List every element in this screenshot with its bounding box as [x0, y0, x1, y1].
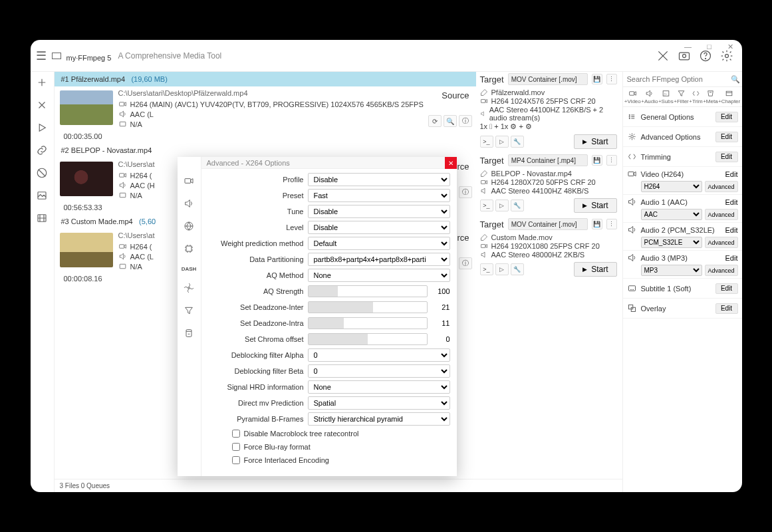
- filter-tab-icon[interactable]: [184, 305, 194, 317]
- check-1[interactable]: [232, 443, 240, 451]
- field-14[interactable]: Spatial: [308, 396, 450, 410]
- archive-tab-icon[interactable]: [184, 328, 194, 340]
- audio2-stream-codec[interactable]: PCM_S32LE: [641, 237, 702, 248]
- more-icon[interactable]: ⋮: [606, 219, 617, 229]
- start-button[interactable]: Start: [574, 134, 616, 149]
- subtitle[interactable]: Subtitle 1 (Soft)Edit: [623, 279, 742, 299]
- add-subs-button[interactable]: +Subs: [658, 89, 674, 104]
- maximize-button[interactable]: □: [705, 43, 714, 51]
- audio3-stream-codec[interactable]: MP3: [641, 265, 702, 276]
- crop-tab-icon[interactable]: [184, 243, 194, 255]
- tool-icon[interactable]: 🔧: [511, 200, 524, 211]
- add-audio-button[interactable]: +Audio: [641, 89, 658, 104]
- field-2[interactable]: Disable: [308, 205, 450, 218]
- play-icon[interactable]: [35, 121, 49, 134]
- container-select[interactable]: MOV Container [.mov]: [508, 218, 588, 230]
- add-chapter-button[interactable]: +Chapter: [718, 89, 740, 104]
- field-11[interactable]: 0: [308, 348, 450, 362]
- video-stream-edit[interactable]: Edit: [725, 170, 738, 178]
- field-12[interactable]: 0: [308, 364, 450, 378]
- add-meta-button[interactable]: +Meta: [703, 89, 717, 104]
- audio-tab-icon[interactable]: [184, 198, 194, 210]
- tool-icon[interactable]: 🔧: [511, 263, 524, 275]
- add-filter-button[interactable]: +Filter: [674, 89, 688, 104]
- slider-9[interactable]: [308, 317, 428, 329]
- trimming[interactable]: TrimmingEdit: [623, 147, 742, 167]
- run-icon[interactable]: ▷: [495, 200, 509, 211]
- src-btn-3[interactable]: ⓘ: [459, 186, 472, 198]
- src-btn-1[interactable]: ⟳: [428, 115, 442, 127]
- field-6[interactable]: None: [308, 269, 450, 282]
- container-select[interactable]: MOV Container [.mov]: [508, 73, 588, 85]
- add-icon[interactable]: [35, 76, 49, 89]
- add-video-button[interactable]: +Video: [624, 89, 641, 104]
- audio3-stream-advanced[interactable]: Advanced: [705, 265, 738, 276]
- field-1[interactable]: Fast: [308, 189, 450, 202]
- slider-10[interactable]: [308, 333, 428, 345]
- audio1-stream-codec[interactable]: AAC: [641, 209, 702, 220]
- save-icon[interactable]: 💾: [592, 74, 602, 84]
- menu-icon[interactable]: ☰: [36, 49, 47, 63]
- audio1-stream-advanced[interactable]: Advanced: [705, 209, 738, 220]
- nowatch-icon[interactable]: [35, 166, 49, 180]
- field-4[interactable]: Default: [308, 237, 450, 250]
- field-0[interactable]: Disable: [308, 173, 450, 186]
- run-icon[interactable]: ▷: [495, 263, 509, 275]
- start-button[interactable]: Start: [574, 262, 616, 277]
- more-icon[interactable]: ⋮: [606, 74, 617, 84]
- dash-tab-icon[interactable]: DASH: [182, 266, 197, 272]
- link-icon[interactable]: [35, 144, 49, 157]
- run-icon[interactable]: ▷: [495, 136, 509, 148]
- field-15[interactable]: Strictly hierarchical pyramid: [308, 412, 450, 426]
- queue-icon[interactable]: [35, 211, 49, 225]
- src-btn-2[interactable]: 🔍: [444, 115, 457, 127]
- general-options[interactable]: General OptionsEdit: [623, 107, 742, 127]
- general-options-edit[interactable]: Edit: [715, 112, 738, 122]
- term-icon[interactable]: >_: [480, 136, 493, 148]
- src-btn-3[interactable]: ⓘ: [459, 115, 472, 127]
- search-icon[interactable]: 🔍: [729, 75, 742, 84]
- save-icon[interactable]: 💾: [592, 219, 602, 229]
- image-icon[interactable]: [35, 189, 49, 202]
- more-icon[interactable]: ⋮: [606, 155, 617, 166]
- field-5[interactable]: partb8x8+partp4x4+partp8x8+parti: [308, 253, 450, 266]
- advanced-options-edit[interactable]: Edit: [715, 132, 738, 142]
- minimize-button[interactable]: —: [684, 43, 693, 51]
- term-icon[interactable]: >_: [480, 200, 493, 211]
- overlay-edit[interactable]: Edit: [715, 303, 738, 314]
- video-stream-codec[interactable]: H264: [641, 181, 702, 192]
- video-tab-icon[interactable]: [184, 176, 194, 188]
- container-select[interactable]: MP4 Container [.mp4]: [508, 154, 588, 166]
- save-icon[interactable]: 💾: [592, 155, 602, 166]
- start-button[interactable]: Start: [574, 198, 616, 213]
- check-2[interactable]: [232, 456, 240, 464]
- src-btn-3[interactable]: ⓘ: [459, 257, 472, 269]
- tool-icon[interactable]: 🔧: [511, 136, 524, 148]
- close-button[interactable]: ✕: [726, 43, 735, 51]
- check-0[interactable]: [232, 430, 240, 438]
- advanced-options[interactable]: Advanced OptionsEdit: [623, 127, 742, 147]
- slider-8[interactable]: [308, 301, 428, 313]
- add-trim-button[interactable]: +Trim: [689, 89, 702, 104]
- field-13[interactable]: None: [308, 380, 450, 394]
- audio1-stream-edit[interactable]: Edit: [725, 198, 738, 206]
- trimming-edit[interactable]: Edit: [715, 152, 738, 162]
- audio3-stream-edit[interactable]: Edit: [725, 254, 738, 262]
- preset-icon[interactable]: [656, 49, 670, 63]
- fan-tab-icon[interactable]: [184, 283, 194, 295]
- dialog-close-button[interactable]: ✕: [445, 157, 457, 169]
- subtitle-edit[interactable]: Edit: [715, 283, 738, 294]
- term-icon[interactable]: >_: [480, 263, 493, 275]
- aperture-tab-icon[interactable]: [184, 221, 194, 233]
- remove-icon[interactable]: [35, 98, 49, 112]
- layout-icon[interactable]: [52, 53, 61, 59]
- overlay[interactable]: OverlayEdit: [623, 299, 742, 319]
- audio2-stream-advanced[interactable]: Advanced: [705, 237, 738, 248]
- search-input[interactable]: [623, 72, 729, 86]
- video-stream-advanced[interactable]: Advanced: [705, 181, 738, 192]
- file-header-0[interactable]: #1 Pfälzerwald.mp4 (19,60 MB): [55, 72, 476, 86]
- slider-7[interactable]: [308, 285, 428, 297]
- file-header-1[interactable]: #2 BELPOP - Novastar.mp4: [55, 143, 476, 158]
- audio2-stream-edit[interactable]: Edit: [725, 226, 738, 234]
- field-3[interactable]: Disable: [308, 221, 450, 234]
